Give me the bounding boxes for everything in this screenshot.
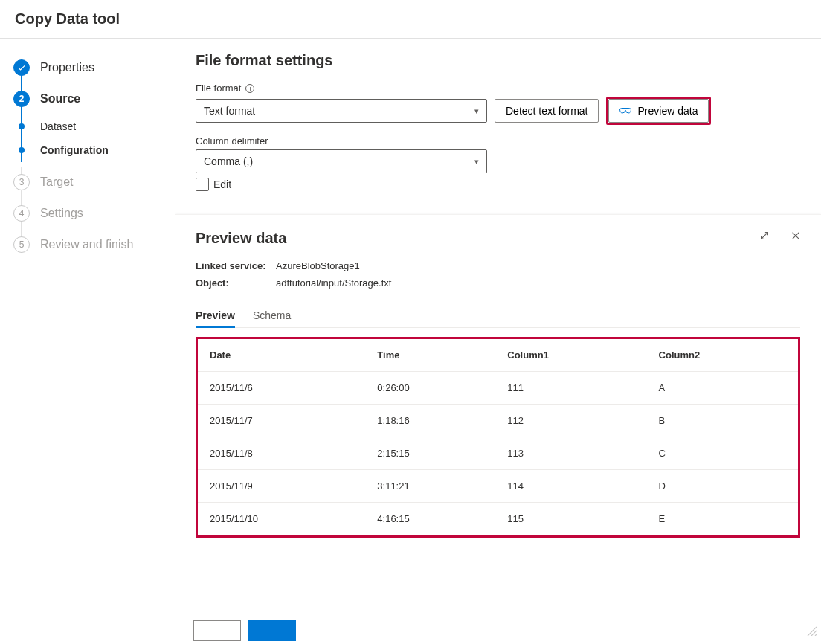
step-source[interactable]: 2 Source bbox=[13, 83, 175, 115]
linked-service-row: Linked service: AzureBlobStorage1 bbox=[196, 260, 800, 271]
table-cell: 2015/11/6 bbox=[198, 372, 365, 405]
step-review[interactable]: 5 Review and finish bbox=[13, 229, 175, 260]
table-cell: 1:18:16 bbox=[365, 405, 495, 437]
select-value: Text format bbox=[204, 105, 255, 117]
main-content: File format settings File format i Text … bbox=[175, 39, 821, 644]
info-icon[interactable]: i bbox=[245, 84, 254, 93]
dot-icon bbox=[19, 123, 25, 129]
substep-configuration[interactable]: Configuration bbox=[13, 138, 175, 162]
table-row: 2015/11/60:26:00111A bbox=[198, 372, 798, 405]
step-label: Source bbox=[40, 92, 80, 106]
table-cell: 3:11:21 bbox=[365, 470, 495, 503]
table-cell: B bbox=[647, 405, 798, 437]
step-label: Review and finish bbox=[40, 238, 133, 251]
substep-label: Dataset bbox=[40, 120, 76, 132]
preview-icon bbox=[619, 106, 631, 117]
table-cell: A bbox=[647, 372, 798, 405]
tab-preview[interactable]: Preview bbox=[196, 303, 235, 327]
file-format-label: File format i bbox=[196, 83, 800, 94]
table-header: Column2 bbox=[647, 339, 798, 372]
tab-schema[interactable]: Schema bbox=[253, 303, 291, 327]
dot-icon bbox=[19, 147, 25, 153]
detect-format-button[interactable]: Detect text format bbox=[495, 99, 599, 123]
step-label: Settings bbox=[40, 207, 83, 220]
chevron-down-icon: ▾ bbox=[474, 106, 479, 116]
table-cell: 2015/11/9 bbox=[198, 470, 365, 503]
table-cell: 2015/11/8 bbox=[198, 437, 365, 470]
expand-icon[interactable] bbox=[756, 227, 773, 245]
next-button[interactable] bbox=[248, 620, 296, 641]
step-target[interactable]: 3 Target bbox=[13, 167, 175, 198]
table-cell: 4:16:15 bbox=[365, 503, 495, 535]
table-cell: E bbox=[647, 503, 798, 535]
column-delimiter-select[interactable]: Comma (,) ▾ bbox=[196, 149, 487, 173]
substep-label: Configuration bbox=[40, 144, 109, 156]
preview-panel: Preview data Linked service: AzureBlobSt… bbox=[175, 214, 821, 644]
table-header: Date bbox=[198, 339, 365, 372]
table-cell: 2015/11/10 bbox=[198, 503, 365, 535]
table-cell: D bbox=[647, 470, 798, 503]
edit-label: Edit bbox=[213, 178, 231, 190]
table-row: 2015/11/93:11:21114D bbox=[198, 470, 798, 503]
preview-table: DateTimeColumn1Column2 2015/11/60:26:001… bbox=[198, 339, 798, 535]
table-cell: 2:15:15 bbox=[365, 437, 495, 470]
close-icon[interactable] bbox=[787, 227, 805, 245]
table-cell: 0:26:00 bbox=[365, 372, 495, 405]
step-number-icon: 2 bbox=[13, 91, 30, 107]
column-delimiter-label: Column delimiter bbox=[196, 135, 800, 146]
table-cell: 111 bbox=[495, 372, 646, 405]
preview-data-button[interactable]: Preview data bbox=[608, 99, 709, 123]
footer-buttons bbox=[193, 620, 296, 641]
table-cell: 2015/11/7 bbox=[198, 405, 365, 437]
step-label: Properties bbox=[40, 61, 94, 74]
table-cell: 114 bbox=[495, 470, 646, 503]
check-icon bbox=[13, 59, 30, 76]
chevron-down-icon: ▾ bbox=[474, 157, 479, 167]
file-format-select[interactable]: Text format ▾ bbox=[196, 99, 487, 123]
object-row: Object: adftutorial/input/Storage.txt bbox=[196, 277, 800, 289]
resize-handle-icon[interactable] bbox=[806, 624, 817, 640]
step-label: Target bbox=[40, 176, 73, 189]
step-settings[interactable]: 4 Settings bbox=[13, 198, 175, 229]
table-cell: C bbox=[647, 437, 798, 470]
table-row: 2015/11/82:15:15113C bbox=[198, 437, 798, 470]
panel-title: Preview data bbox=[196, 230, 800, 247]
substep-dataset[interactable]: Dataset bbox=[13, 115, 175, 138]
step-number-icon: 4 bbox=[13, 205, 30, 222]
wizard-sidebar: Properties 2 Source Dataset Configuratio… bbox=[0, 39, 175, 644]
table-header: Column1 bbox=[495, 339, 646, 372]
page-title: Copy Data tool bbox=[0, 0, 821, 39]
step-number-icon: 3 bbox=[13, 174, 30, 190]
preview-table-highlight: DateTimeColumn1Column2 2015/11/60:26:001… bbox=[196, 337, 800, 538]
section-title: File format settings bbox=[196, 52, 800, 69]
table-cell: 112 bbox=[495, 405, 646, 437]
select-value: Comma (,) bbox=[204, 155, 253, 167]
table-row: 2015/11/104:16:15115E bbox=[198, 503, 798, 535]
table-header: Time bbox=[365, 339, 495, 372]
previous-button[interactable] bbox=[193, 620, 241, 641]
table-cell: 113 bbox=[495, 437, 646, 470]
table-row: 2015/11/71:18:16112B bbox=[198, 405, 798, 437]
edit-checkbox[interactable] bbox=[196, 178, 209, 191]
step-properties[interactable]: Properties bbox=[13, 52, 175, 83]
table-cell: 115 bbox=[495, 503, 646, 535]
step-number-icon: 5 bbox=[13, 236, 30, 253]
